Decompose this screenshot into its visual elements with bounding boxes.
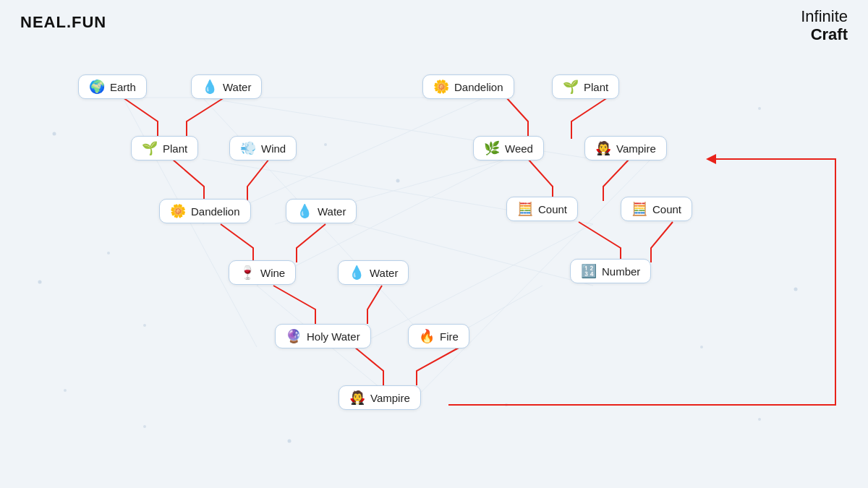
node-dandelion1[interactable]: 🌼 Dandelion — [159, 199, 251, 223]
node-fire[interactable]: 🔥 Fire — [408, 324, 469, 348]
water2-icon: 💧 — [297, 205, 312, 218]
svg-point-25 — [288, 440, 292, 443]
holywater-icon: 🔮 — [286, 330, 302, 343]
node-plant2[interactable]: 🌱 Plant — [552, 74, 619, 99]
svg-point-14 — [38, 281, 42, 284]
dandelion2-icon: 🌼 — [433, 80, 449, 93]
node-wine[interactable]: 🍷 Wine — [229, 260, 296, 285]
logo-neal: NEAL.FUN — [20, 13, 106, 32]
svg-point-15 — [64, 389, 67, 392]
svg-point-24 — [505, 403, 508, 406]
svg-point-13 — [53, 132, 56, 136]
svg-point-22 — [758, 418, 761, 421]
svg-point-21 — [794, 288, 798, 291]
number-icon: 🔢 — [581, 265, 597, 278]
node-water1[interactable]: 💧 Water — [191, 74, 262, 99]
plant2-icon: 🌱 — [563, 80, 579, 93]
node-holywater[interactable]: 🔮 Holy Water — [275, 324, 371, 348]
water3-icon: 💧 — [349, 266, 365, 279]
count1-icon: 🧮 — [517, 202, 533, 215]
node-water2[interactable]: 💧 Water — [286, 199, 357, 223]
svg-point-23 — [700, 346, 703, 348]
water-icon: 💧 — [202, 80, 218, 93]
svg-point-18 — [324, 143, 327, 146]
node-wind[interactable]: 💨 Wind — [229, 136, 297, 160]
vampire2-icon: 🧛 — [349, 391, 365, 404]
count2-icon: 🧮 — [631, 202, 647, 215]
node-dandelion2[interactable]: 🌼 Dandelion — [422, 74, 514, 99]
svg-point-16 — [143, 324, 146, 327]
node-vampire2[interactable]: 🧛 Vampire — [339, 385, 421, 410]
node-count2[interactable]: 🧮 Count — [621, 197, 692, 221]
svg-line-7 — [354, 224, 593, 347]
svg-point-17 — [107, 252, 110, 254]
svg-point-26 — [143, 425, 146, 428]
vampire1-icon: 🧛 — [595, 142, 611, 155]
node-plant1[interactable]: 🌱 Plant — [131, 136, 198, 160]
node-weed[interactable]: 🌿 Weed — [473, 136, 544, 160]
node-number[interactable]: 🔢 Number — [570, 259, 651, 283]
node-vampire1[interactable]: 🧛 Vampire — [584, 136, 667, 160]
plant-icon: 🌱 — [142, 142, 158, 155]
svg-point-20 — [758, 107, 761, 110]
node-count1[interactable]: 🧮 Count — [506, 197, 578, 221]
node-water3[interactable]: 💧 Water — [338, 260, 409, 285]
fire-icon: 🔥 — [419, 330, 435, 343]
node-earth[interactable]: 🌍 Earth — [78, 74, 147, 99]
logo-infinite: Infinite Craft — [801, 7, 848, 44]
weed-icon: 🌿 — [484, 142, 500, 155]
dandelion-icon: 🌼 — [170, 205, 186, 218]
wine-icon: 🍷 — [239, 266, 255, 279]
earth-icon: 🌍 — [89, 80, 105, 93]
wind-icon: 💨 — [240, 142, 256, 155]
svg-point-19 — [396, 179, 400, 183]
